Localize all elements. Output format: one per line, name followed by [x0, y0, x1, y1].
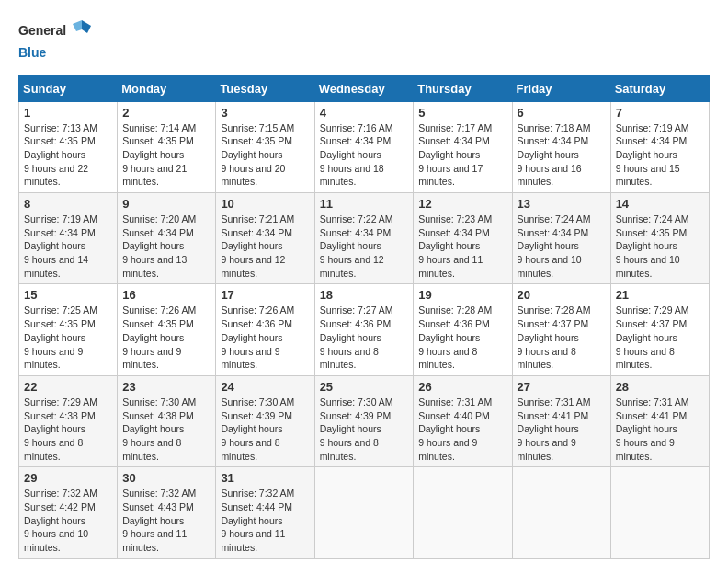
day-info: Sunrise: 7:16 AMSunset: 4:34 PMDaylight …	[320, 121, 409, 189]
weekday-header-wednesday: Wednesday	[314, 75, 414, 101]
day-number: 31	[221, 471, 309, 485]
weekday-header-thursday: Thursday	[414, 75, 512, 101]
weekday-header-row: SundayMondayTuesdayWednesdayThursdayFrid…	[19, 75, 710, 101]
calendar-cell: 2Sunrise: 7:14 AMSunset: 4:35 PMDaylight…	[118, 101, 216, 192]
weekday-header-sunday: Sunday	[19, 75, 118, 101]
page-header: General Blue	[18, 18, 710, 61]
calendar-cell: 29Sunrise: 7:32 AMSunset: 4:42 PMDayligh…	[19, 467, 118, 558]
week-row-4: 22Sunrise: 7:29 AMSunset: 4:38 PMDayligh…	[19, 375, 710, 466]
calendar-cell: 18Sunrise: 7:27 AMSunset: 4:36 PMDayligh…	[314, 284, 414, 375]
day-number: 5	[418, 106, 506, 120]
day-info: Sunrise: 7:31 AMSunset: 4:41 PMDaylight …	[616, 396, 704, 463]
weekday-header-friday: Friday	[512, 75, 610, 101]
day-info: Sunrise: 7:24 AMSunset: 4:35 PMDaylight …	[616, 213, 704, 280]
calendar-cell: 3Sunrise: 7:15 AMSunset: 4:35 PMDaylight…	[216, 101, 314, 192]
calendar-cell: 7Sunrise: 7:19 AMSunset: 4:34 PMDaylight…	[610, 101, 709, 192]
day-info: Sunrise: 7:32 AMSunset: 4:44 PMDaylight …	[221, 487, 309, 554]
day-info: Sunrise: 7:22 AMSunset: 4:34 PMDaylight …	[320, 213, 409, 280]
svg-marker-0	[82, 20, 91, 33]
day-info: Sunrise: 7:18 AMSunset: 4:34 PMDaylight …	[518, 121, 606, 189]
day-number: 16	[122, 288, 210, 302]
weekday-header-saturday: Saturday	[610, 75, 709, 101]
day-number: 6	[518, 106, 606, 120]
day-info: Sunrise: 7:13 AMSunset: 4:35 PMDaylight …	[24, 121, 112, 189]
day-number: 28	[616, 380, 704, 394]
calendar-cell: 14Sunrise: 7:24 AMSunset: 4:35 PMDayligh…	[610, 193, 709, 284]
day-number: 17	[221, 288, 309, 302]
calendar-cell: 27Sunrise: 7:31 AMSunset: 4:41 PMDayligh…	[512, 375, 610, 466]
day-number: 2	[122, 106, 210, 120]
calendar-cell: 31Sunrise: 7:32 AMSunset: 4:44 PMDayligh…	[216, 467, 314, 558]
day-number: 3	[221, 106, 309, 120]
calendar-cell: 8Sunrise: 7:19 AMSunset: 4:34 PMDaylight…	[19, 193, 118, 284]
day-info: Sunrise: 7:29 AMSunset: 4:37 PMDaylight …	[616, 304, 704, 371]
day-number: 26	[418, 380, 506, 394]
day-info: Sunrise: 7:27 AMSunset: 4:36 PMDaylight …	[320, 304, 409, 371]
day-info: Sunrise: 7:24 AMSunset: 4:34 PMDaylight …	[518, 213, 606, 280]
day-number: 29	[24, 471, 112, 485]
day-number: 23	[122, 380, 210, 394]
calendar-cell: 22Sunrise: 7:29 AMSunset: 4:38 PMDayligh…	[19, 375, 118, 466]
day-number: 30	[122, 471, 210, 485]
weekday-header-tuesday: Tuesday	[216, 75, 314, 101]
logo-general: General	[18, 23, 66, 38]
day-number: 18	[320, 288, 409, 302]
day-info: Sunrise: 7:32 AMSunset: 4:42 PMDaylight …	[24, 487, 112, 554]
day-number: 12	[418, 197, 506, 211]
week-row-3: 15Sunrise: 7:25 AMSunset: 4:35 PMDayligh…	[19, 284, 710, 375]
calendar-cell: 26Sunrise: 7:31 AMSunset: 4:40 PMDayligh…	[414, 375, 512, 466]
weekday-header-monday: Monday	[118, 75, 216, 101]
logo-blue: Blue	[18, 45, 46, 60]
calendar-cell: 6Sunrise: 7:18 AMSunset: 4:34 PMDaylight…	[512, 101, 610, 192]
day-info: Sunrise: 7:20 AMSunset: 4:34 PMDaylight …	[122, 213, 210, 280]
day-info: Sunrise: 7:30 AMSunset: 4:39 PMDaylight …	[320, 396, 409, 463]
svg-marker-1	[73, 20, 82, 31]
day-number: 15	[24, 288, 112, 302]
calendar-cell: 16Sunrise: 7:26 AMSunset: 4:35 PMDayligh…	[118, 284, 216, 375]
day-number: 24	[221, 380, 309, 394]
calendar-cell: 13Sunrise: 7:24 AMSunset: 4:34 PMDayligh…	[512, 193, 610, 284]
calendar-cell	[512, 467, 610, 558]
day-info: Sunrise: 7:29 AMSunset: 4:38 PMDaylight …	[24, 396, 112, 463]
day-info: Sunrise: 7:26 AMSunset: 4:36 PMDaylight …	[221, 304, 309, 371]
day-info: Sunrise: 7:19 AMSunset: 4:34 PMDaylight …	[616, 121, 704, 189]
day-number: 13	[518, 197, 606, 211]
logo: General Blue	[18, 18, 91, 61]
calendar-cell: 15Sunrise: 7:25 AMSunset: 4:35 PMDayligh…	[19, 284, 118, 375]
calendar-cell: 17Sunrise: 7:26 AMSunset: 4:36 PMDayligh…	[216, 284, 314, 375]
calendar-cell	[414, 467, 512, 558]
calendar-table: SundayMondayTuesdayWednesdayThursdayFrid…	[18, 75, 710, 559]
day-number: 21	[616, 288, 704, 302]
day-number: 25	[320, 380, 409, 394]
logo-container: General Blue	[18, 18, 91, 61]
day-info: Sunrise: 7:23 AMSunset: 4:34 PMDaylight …	[418, 213, 506, 280]
day-number: 7	[616, 106, 704, 120]
day-info: Sunrise: 7:21 AMSunset: 4:34 PMDaylight …	[221, 213, 309, 280]
day-info: Sunrise: 7:15 AMSunset: 4:35 PMDaylight …	[221, 121, 309, 189]
calendar-cell: 5Sunrise: 7:17 AMSunset: 4:34 PMDaylight…	[414, 101, 512, 192]
calendar-cell	[314, 467, 414, 558]
calendar-body: 1Sunrise: 7:13 AMSunset: 4:35 PMDaylight…	[19, 101, 710, 558]
calendar-cell: 9Sunrise: 7:20 AMSunset: 4:34 PMDaylight…	[118, 193, 216, 284]
calendar-cell: 30Sunrise: 7:32 AMSunset: 4:43 PMDayligh…	[118, 467, 216, 558]
week-row-2: 8Sunrise: 7:19 AMSunset: 4:34 PMDaylight…	[19, 193, 710, 284]
week-row-1: 1Sunrise: 7:13 AMSunset: 4:35 PMDaylight…	[19, 101, 710, 192]
day-number: 4	[320, 106, 409, 120]
day-number: 19	[418, 288, 506, 302]
calendar-cell: 1Sunrise: 7:13 AMSunset: 4:35 PMDaylight…	[19, 101, 118, 192]
day-number: 11	[320, 197, 409, 211]
calendar-cell: 10Sunrise: 7:21 AMSunset: 4:34 PMDayligh…	[216, 193, 314, 284]
day-info: Sunrise: 7:31 AMSunset: 4:41 PMDaylight …	[518, 396, 606, 463]
day-info: Sunrise: 7:19 AMSunset: 4:34 PMDaylight …	[24, 213, 112, 280]
day-number: 9	[122, 197, 210, 211]
day-info: Sunrise: 7:30 AMSunset: 4:38 PMDaylight …	[122, 396, 210, 463]
day-number: 20	[518, 288, 606, 302]
day-info: Sunrise: 7:31 AMSunset: 4:40 PMDaylight …	[418, 396, 506, 463]
day-number: 1	[24, 106, 112, 120]
logo-bird-icon	[73, 18, 91, 44]
day-number: 14	[616, 197, 704, 211]
day-info: Sunrise: 7:26 AMSunset: 4:35 PMDaylight …	[122, 304, 210, 371]
day-info: Sunrise: 7:14 AMSunset: 4:35 PMDaylight …	[122, 121, 210, 189]
day-info: Sunrise: 7:32 AMSunset: 4:43 PMDaylight …	[122, 487, 210, 554]
day-number: 10	[221, 197, 309, 211]
